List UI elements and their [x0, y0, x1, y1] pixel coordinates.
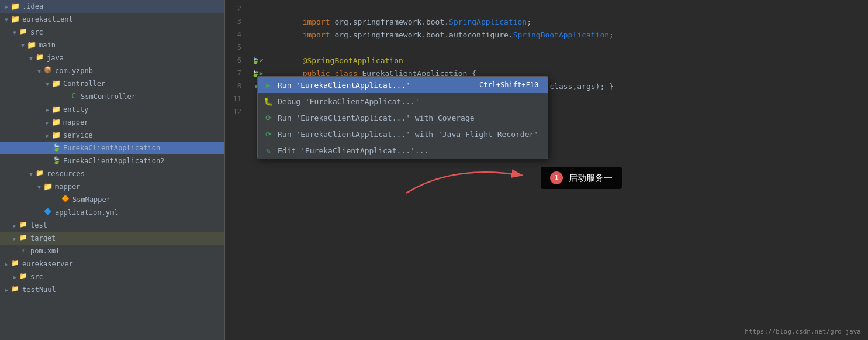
tree-label-ssmcontroller: SsmController [81, 92, 136, 101]
tree-item-target[interactable]: ▶ 📁 target [0, 232, 224, 245]
menu-label-debug: Debug 'EurekaClientApplicat...' [278, 97, 538, 106]
balloon-text: 启动服务一 [569, 173, 613, 184]
folder-icon-idea: 📁 [11, 2, 20, 11]
folder-icon-main: 📁 [27, 40, 36, 50]
menu-label-jfr: Run 'EurekaClientApplicat...' with 'Java… [278, 130, 538, 139]
folder-icon-src2: 📁 [19, 272, 28, 281]
menu-item-debug[interactable]: 🐛 Debug 'EurekaClientApplicat...' [258, 93, 548, 109]
menu-shortcut-run: Ctrl+Shift+F10 [479, 81, 538, 89]
tree-arrow-entity: ▶ [43, 107, 51, 113]
arrow-annotation [406, 158, 558, 230]
footer-link: https://blog.csdn.net/grd_java [745, 328, 861, 335]
menu-item-edit[interactable]: ✎ Edit 'EurekaClientApplicat...'... [258, 142, 548, 159]
tree-arrow-target: ▶ [11, 235, 19, 242]
tree-label-service: service [63, 131, 93, 139]
tree-label-src: src [30, 28, 43, 36]
tree-arrow-eurekaclient: ▼ [2, 16, 11, 23]
jfr-icon: ⟳ [262, 128, 274, 140]
tree-item-java[interactable]: ▼ 📁 java [0, 51, 224, 64]
footer-link-text: https://blog.csdn.net/grd_java [745, 328, 861, 335]
code-4: import org.springframework.boot.autoconf… [266, 22, 614, 48]
tree-item-test[interactable]: ▶ 📁 test [0, 219, 224, 232]
folder-icon-target: 📁 [19, 233, 28, 243]
balloon-number: 1 [550, 171, 563, 184]
folder-icon-service: 📁 [51, 130, 61, 140]
tree-item-eurekaserver[interactable]: ▶ 📁 eurekaserver [0, 257, 224, 270]
line-num-3: 3 [225, 18, 248, 26]
text-pkg-4: org.springframework.boot.autoconfigure. [334, 30, 513, 39]
tree-item-service[interactable]: ▶ 📁 service [0, 129, 224, 142]
tree-arrow-eurekaserver: ▶ [2, 261, 11, 267]
debug-icon: 🐛 [262, 95, 274, 107]
tree-label-target: target [30, 234, 56, 242]
tree-label-idea: .idea [22, 2, 43, 11]
run-icon: ▶ [262, 79, 274, 91]
folder-icon-mapper-res: 📁 [43, 182, 53, 191]
tree-item-ssmcontroller[interactable]: C SsmController [0, 90, 224, 103]
menu-item-coverage[interactable]: ⟳ Run 'EurekaClientApplicat...' with Cov… [258, 109, 548, 126]
line-num-6: 6 [225, 56, 248, 64]
tree-arrow-com-yzpnb: ▼ [35, 68, 43, 74]
spring-icon-app2: 🍃 [51, 156, 61, 166]
line-icons-6: 🍃✔ [248, 57, 266, 64]
tree-arrow-idea: ▶ [2, 4, 11, 10]
tree-item-eureka-client-app2[interactable]: 🍃 EurekaClientApplication2 [0, 154, 224, 167]
package-icon: 📦 [43, 66, 53, 75]
tree-label-main: main [39, 41, 56, 49]
arrow-svg [406, 158, 558, 228]
tree-label-resources: resources [47, 170, 85, 178]
coverage-icon: ⟳ [262, 112, 274, 123]
menu-item-jfr[interactable]: ⟳ Run 'EurekaClientApplicat...' with 'Ja… [258, 126, 548, 142]
tree-item-entity[interactable]: ▶ 📁 entity [0, 103, 224, 116]
folder-icon-eurekaclient: 📁 [11, 15, 20, 24]
menu-label-coverage: Run 'EurekaClientApplicat...' with Cover… [278, 114, 538, 122]
tree-item-eureka-client-app[interactable]: 🍃 EurekaClientApplication [0, 142, 224, 154]
tree-item-src2[interactable]: ▶ 📁 src [0, 270, 224, 283]
text-semi-4: ; [609, 30, 614, 39]
tree-arrow-src: ▼ [11, 29, 19, 36]
tree-item-mapper[interactable]: ▶ 📁 mapper [0, 116, 224, 129]
tree-arrow-test: ▶ [11, 222, 19, 229]
tree-label-testnuul: testNuul [22, 286, 56, 294]
tree-item-ssmmapper[interactable]: 🔶 SsmMapper [0, 193, 224, 206]
line-num-8: 8 [225, 82, 248, 90]
tree-item-controller[interactable]: ▼ 📁 Controller [0, 77, 224, 90]
tree-item-idea[interactable]: ▶ 📁 .idea [0, 0, 224, 13]
tree-item-main[interactable]: ▼ 📁 main [0, 39, 224, 51]
folder-icon-resources: 📁 [35, 169, 44, 178]
kw-import-4: import [303, 30, 335, 39]
tree-label-application-yml: application.yml [55, 208, 118, 217]
menu-item-run[interactable]: ▶ Run 'EurekaClientApplicat...' Ctrl+Shi… [258, 77, 548, 93]
line-num-5: 5 [225, 43, 248, 51]
folder-icon-java: 📁 [35, 53, 44, 63]
tree-item-pom-xml[interactable]: m pom.xml [0, 245, 224, 257]
tree-item-src[interactable]: ▼ 📁 src [0, 26, 224, 39]
tree-item-mapper-res[interactable]: ▼ 📁 mapper [0, 180, 224, 193]
tree-label-entity: entity [63, 105, 88, 114]
tree-label-eurekaserver: eurekaserver [22, 260, 73, 268]
tree-item-eurekaclient[interactable]: ▼ 📁 eurekaclient [0, 13, 224, 26]
folder-icon-eurekaserver: 📁 [11, 259, 20, 269]
tree-item-resources[interactable]: ▼ 📁 resources [0, 167, 224, 180]
file-tree: ▶ 📁 .idea ▼ 📁 eurekaclient ▼ 📁 src ▼ 📁 m… [0, 0, 225, 340]
folder-icon-entity: 📁 [51, 105, 61, 114]
tree-arrow-src2: ▶ [11, 274, 19, 280]
tree-label-src2: src [30, 273, 43, 281]
tree-label-controller: Controller [63, 80, 105, 88]
tree-arrow-testnuul: ▶ [2, 287, 11, 293]
tree-label-ssmmapper: SsmMapper [72, 195, 110, 204]
tree-item-application-yml[interactable]: 🔷 application.yml [0, 206, 224, 219]
edit-icon: ✎ [262, 145, 274, 156]
tree-arrow-mapper: ▶ [43, 119, 51, 126]
line-num-4: 4 [225, 30, 248, 39]
menu-label-edit: Edit 'EurekaClientApplicat...'... [278, 146, 538, 155]
tree-item-com-yzpnb[interactable]: ▼ 📦 com.yzpnb [0, 64, 224, 77]
tree-item-testnuul[interactable]: ▶ 📁 testNuul [0, 283, 224, 296]
code-editor: 2 3 import org.springframework.boot.Spri… [225, 0, 868, 340]
tree-label-eureka-client-app2: EurekaClientApplication2 [63, 157, 164, 165]
line-num-7: 7 [225, 69, 248, 77]
tree-label-mapper: mapper [63, 118, 88, 126]
xml-icon-pom: m [19, 246, 28, 256]
tree-arrow-main: ▼ [19, 42, 27, 49]
folder-icon-controller: 📁 [51, 79, 61, 88]
